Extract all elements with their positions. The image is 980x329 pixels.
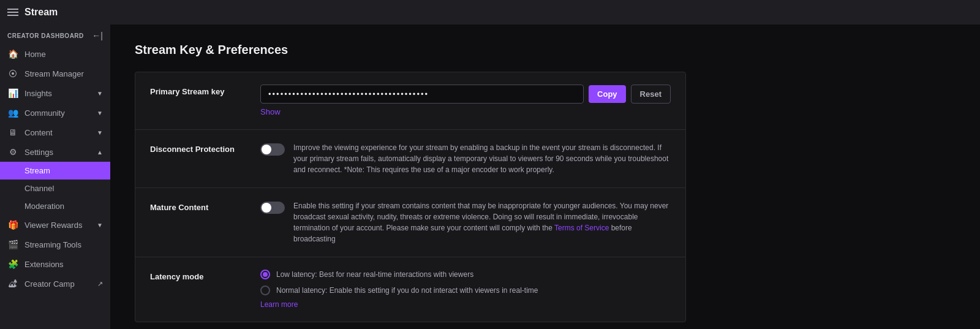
external-link-icon: ↗ (97, 280, 103, 288)
main-content: Stream Key & Preferences Primary Stream … (110, 25, 980, 329)
sidebar-sub-item-channel[interactable]: Channel (0, 180, 110, 197)
sidebar-collapse-icon[interactable]: ←| (92, 31, 103, 40)
settings-card: Primary Stream key Copy Reset Show Disco… (135, 72, 686, 322)
disconnect-protection-toggle-row: Improve the viewing experience for your … (260, 142, 671, 175)
latency-low-option[interactable]: Low latency: Best for near real-time int… (260, 270, 671, 279)
mature-content-desc: Enable this setting if your stream conta… (293, 200, 671, 244)
extensions-icon: 🧩 (7, 259, 18, 269)
sidebar-item-label: Streaming Tools (24, 240, 103, 249)
topbar: Stream (0, 0, 980, 25)
radio-low-circle (260, 270, 270, 279)
latency-normal-option[interactable]: Normal latency: Enable this setting if y… (260, 286, 671, 295)
topbar-title: Stream (24, 7, 58, 18)
sidebar-item-label: Creator Camp (24, 279, 91, 289)
stream-key-label: Primary Stream key (150, 85, 248, 96)
insights-icon: 📊 (7, 88, 18, 98)
sidebar-item-label: Viewer Rewards (24, 221, 91, 230)
content-icon: 🖥 (7, 127, 18, 137)
creator-camp-icon: 🏕 (7, 279, 18, 289)
copy-button[interactable]: Copy (589, 85, 626, 103)
sidebar-item-content[interactable]: 🖥 Content ▼ (0, 123, 110, 142)
stream-manager-icon: ⦿ (7, 69, 18, 78)
sidebar-item-streaming-tools[interactable]: 🎬 Streaming Tools (0, 235, 110, 254)
sidebar-sub-item-moderation[interactable]: Moderation (0, 197, 110, 215)
toggle-thumb (262, 145, 271, 154)
stream-key-content: Copy Reset Show (260, 85, 671, 117)
layout: CREATOR DASHBOARD ←| 🏠 Home ⦿ Stream Man… (0, 25, 980, 329)
latency-mode-label: Latency mode (150, 270, 248, 281)
sidebar-item-label: Community (24, 108, 91, 118)
sidebar-item-home[interactable]: 🏠 Home (0, 44, 110, 64)
sidebar-item-creator-camp[interactable]: 🏕 Creator Camp ↗ (0, 274, 110, 293)
sidebar-item-settings[interactable]: ⚙ Settings ▲ (0, 142, 110, 162)
chevron-up-icon: ▲ (97, 149, 103, 156)
latency-normal-label: Normal latency: Enable this setting if y… (276, 286, 538, 295)
sidebar-item-extensions[interactable]: 🧩 Extensions (0, 254, 110, 274)
toggle-thumb (262, 203, 271, 213)
toggle-track[interactable] (260, 143, 285, 156)
sidebar-sub-item-stream[interactable]: Stream (0, 162, 110, 180)
disconnect-protection-label: Disconnect Protection (150, 142, 248, 154)
sidebar-item-viewer-rewards[interactable]: 🎁 Viewer Rewards ▼ (0, 215, 110, 235)
sidebar-item-insights[interactable]: 📊 Insights ▼ (0, 83, 110, 103)
stream-key-input-row: Copy Reset (260, 85, 671, 104)
sidebar-item-stream-manager[interactable]: ⦿ Stream Manager (0, 64, 110, 83)
sidebar-item-label: Insights (24, 89, 91, 98)
mature-content-content: Enable this setting if your stream conta… (260, 200, 671, 244)
home-icon: 🏠 (7, 49, 18, 59)
terms-of-service-link[interactable]: Terms of Service (554, 224, 609, 232)
sidebar-item-label: Home (24, 50, 103, 59)
latency-mode-radio-group: Low latency: Best for near real-time int… (260, 270, 671, 295)
viewer-rewards-icon: 🎁 (7, 220, 18, 230)
sidebar-sub-item-label: Moderation (24, 202, 64, 211)
community-icon: 👥 (7, 108, 18, 118)
sidebar-sub-item-label: Stream (24, 166, 50, 175)
disconnect-protection-toggle[interactable] (260, 143, 285, 156)
disconnect-protection-content: Improve the viewing experience for your … (260, 142, 671, 175)
chevron-down-icon: ▼ (97, 90, 103, 97)
toggle-track[interactable] (260, 202, 285, 214)
stream-key-input[interactable] (260, 85, 584, 104)
sidebar-header: CREATOR DASHBOARD ←| (0, 25, 110, 44)
sidebar-item-label: Settings (24, 148, 91, 157)
sidebar-item-label: Stream Manager (24, 69, 103, 78)
latency-mode-row: Latency mode Low latency: Best for near … (135, 257, 685, 322)
mature-content-toggle-row: Enable this setting if your stream conta… (260, 200, 671, 244)
menu-icon[interactable] (7, 9, 18, 16)
latency-mode-content: Low latency: Best for near real-time int… (260, 270, 671, 309)
sidebar: CREATOR DASHBOARD ←| 🏠 Home ⦿ Stream Man… (0, 25, 110, 329)
sidebar-header-label: CREATOR DASHBOARD (7, 32, 84, 39)
chevron-down-icon: ▼ (97, 222, 103, 229)
page-title: Stream Key & Preferences (135, 43, 956, 57)
mature-content-row: Mature Content Enable this setting if yo… (135, 188, 685, 257)
chevron-down-icon: ▼ (97, 129, 103, 136)
streaming-tools-icon: 🎬 (7, 240, 18, 249)
radio-normal-circle (260, 286, 270, 295)
sidebar-item-label: Content (24, 128, 91, 137)
reset-button[interactable]: Reset (631, 85, 671, 104)
sidebar-item-label: Extensions (24, 260, 103, 269)
latency-low-label: Low latency: Best for near real-time int… (276, 270, 473, 279)
settings-icon: ⚙ (7, 147, 18, 157)
show-link[interactable]: Show (260, 107, 281, 116)
disconnect-protection-row: Disconnect Protection Improve the viewin… (135, 130, 685, 188)
mature-content-toggle[interactable] (260, 202, 285, 214)
sidebar-sub-item-label: Channel (24, 184, 54, 193)
learn-more-link[interactable]: Learn more (260, 300, 298, 309)
chevron-down-icon: ▼ (97, 110, 103, 116)
disconnect-protection-desc: Improve the viewing experience for your … (293, 142, 671, 175)
stream-key-row: Primary Stream key Copy Reset Show (135, 72, 685, 130)
sidebar-item-community[interactable]: 👥 Community ▼ (0, 103, 110, 123)
mature-content-label: Mature Content (150, 200, 248, 212)
